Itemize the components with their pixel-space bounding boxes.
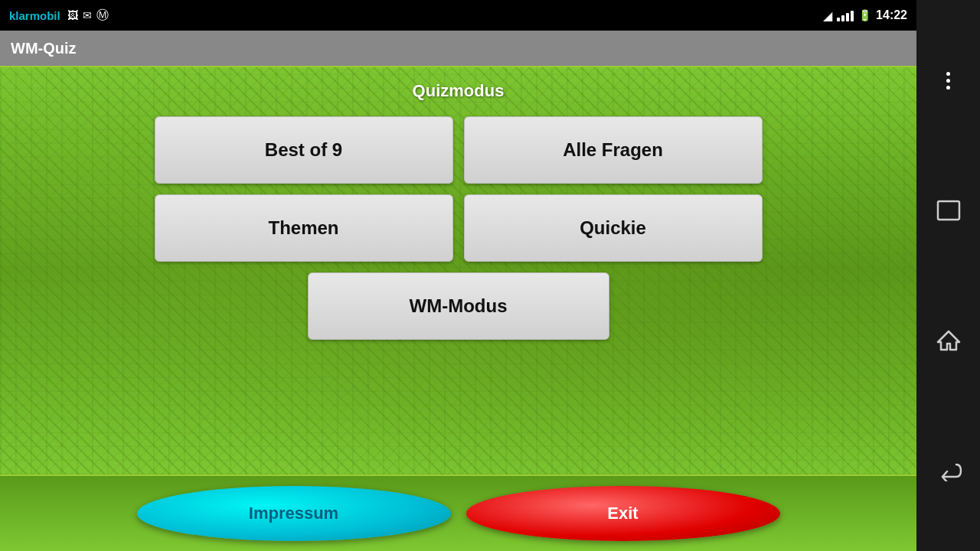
status-bar: klarmobil 🖼 ✉ Ⓜ ◢ 🔋 14:22 bbox=[0, 0, 916, 31]
photo-icon: 🖼 bbox=[67, 9, 78, 21]
wifi-icon: ◢ bbox=[823, 8, 832, 23]
recents-button[interactable] bbox=[929, 191, 968, 230]
home-icon bbox=[936, 328, 961, 353]
back-icon bbox=[935, 460, 962, 481]
carrier-label: klarmobil bbox=[9, 9, 60, 22]
svg-rect-0 bbox=[938, 201, 959, 220]
motorola-icon: Ⓜ bbox=[96, 8, 109, 24]
status-time: 14:22 bbox=[876, 8, 907, 22]
alle-fragen-button[interactable]: Alle Fragen bbox=[464, 116, 763, 184]
three-dots-icon bbox=[946, 72, 950, 90]
exit-button[interactable]: Exit bbox=[466, 486, 780, 541]
app-title: WM-Quiz bbox=[11, 40, 77, 57]
button-grid: Best of 9 Alle Fragen Themen Quickie WM-… bbox=[0, 116, 916, 340]
home-button[interactable] bbox=[929, 321, 968, 360]
recents-icon bbox=[936, 200, 961, 221]
quiz-mode-title: Quizmodus bbox=[413, 81, 505, 101]
bottom-bar: Impressum Exit bbox=[0, 474, 916, 551]
more-options-button[interactable] bbox=[929, 61, 968, 99]
nav-sidebar bbox=[916, 0, 980, 551]
phone-area: klarmobil 🖼 ✉ Ⓜ ◢ 🔋 14:22 WM-Quiz Qu bbox=[0, 0, 916, 551]
status-right: ◢ 🔋 14:22 bbox=[823, 8, 907, 23]
button-row-1: Best of 9 Alle Fragen bbox=[155, 116, 763, 184]
back-button[interactable] bbox=[929, 452, 968, 490]
best-of-9-button[interactable]: Best of 9 bbox=[155, 116, 453, 184]
main-content: Quizmodus Best of 9 Alle Fragen Themen Q… bbox=[0, 67, 916, 474]
button-row-3: WM-Modus bbox=[308, 272, 609, 340]
battery-icon: 🔋 bbox=[858, 9, 871, 21]
wm-modus-button[interactable]: WM-Modus bbox=[308, 272, 609, 340]
mail-icon: ✉ bbox=[83, 9, 92, 21]
svg-marker-1 bbox=[938, 331, 959, 350]
quickie-button[interactable]: Quickie bbox=[464, 194, 763, 262]
signal-bars bbox=[837, 9, 854, 21]
title-bar: WM-Quiz bbox=[0, 31, 916, 67]
themen-button[interactable]: Themen bbox=[155, 194, 453, 262]
impressum-button[interactable]: Impressum bbox=[137, 486, 451, 541]
button-row-2: Themen Quickie bbox=[155, 194, 763, 262]
